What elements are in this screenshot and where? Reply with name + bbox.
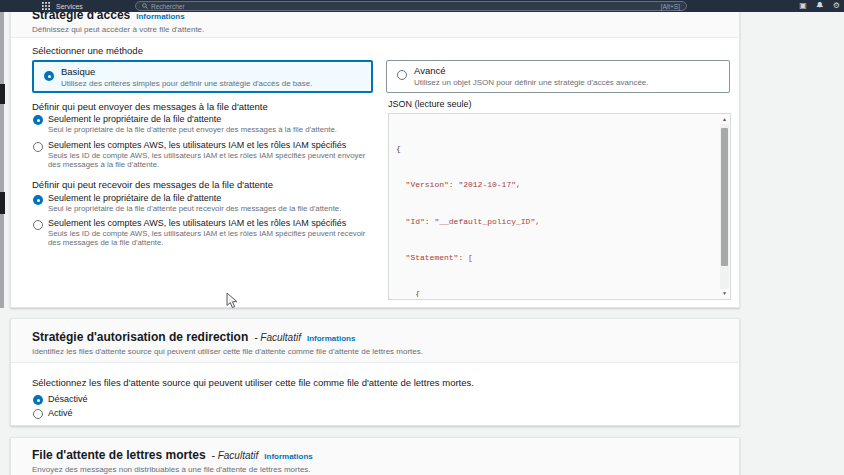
redrive-enabled-radio[interactable] — [33, 409, 43, 419]
receive-specified-label[interactable]: Seulement les comptes AWS, les utilisate… — [48, 218, 346, 228]
send-owner-description: Seul le propriétaire de la file d'attent… — [48, 126, 370, 135]
json-line: "Id": "__default_policy_ID", — [396, 216, 716, 228]
json-line: { — [396, 288, 716, 297]
receive-specified-radio[interactable] — [33, 220, 43, 230]
method-advanced-label: Avancé — [414, 65, 446, 76]
services-menu[interactable]: Services — [56, 3, 83, 10]
send-specified-description: Seuls les ID de compte AWS, les utilisat… — [48, 152, 370, 169]
method-basic-label: Basique — [61, 66, 95, 77]
global-search[interactable]: [Alt+S] — [135, 1, 687, 11]
search-input[interactable] — [151, 3, 661, 10]
send-group-label: Définir qui peut envoyer des messages à … — [32, 101, 268, 112]
redrive-disabled-radio[interactable] — [33, 395, 43, 405]
screen-edge-artifact — [0, 12, 4, 308]
method-advanced-radio[interactable] — [397, 70, 407, 80]
redrive-disabled-label[interactable]: Désactivé — [48, 394, 88, 404]
notifications-bell-icon[interactable]: 🔔︎ — [816, 2, 824, 10]
json-readonly-label: JSON (lecture seule) — [388, 99, 472, 109]
scroll-down-icon[interactable]: ▼ — [720, 289, 729, 298]
receive-owner-radio[interactable] — [33, 195, 43, 205]
receive-group-label: Définir qui peut recevoir des messages d… — [32, 179, 273, 190]
redrive-info-link[interactable]: Informations — [307, 334, 355, 343]
send-specified-label[interactable]: Seulement les comptes AWS, les utilisate… — [48, 140, 346, 150]
screen-edge-artifact-blob — [0, 84, 5, 104]
redrive-allow-policy-panel: Stratégie d'autorisation de redirection … — [10, 318, 740, 426]
dlq-info-link[interactable]: Informations — [264, 452, 312, 461]
method-basic-description: Utilisez des critères simples pour défin… — [61, 79, 312, 88]
access-policy-panel: Stratégie d'accès Informations Définisse… — [10, 2, 740, 308]
aws-console-topbar: Services [Alt+S] ▣ 🔔︎ ⚙ — [0, 0, 844, 12]
receive-owner-description: Seul le propriétaire de la file d'attent… — [48, 205, 370, 214]
scrollbar-thumb[interactable] — [721, 128, 728, 266]
method-basic-radio[interactable] — [44, 71, 54, 81]
method-tile-advanced[interactable]: Avancé Utilisez un objet JSON pour défin… — [386, 60, 730, 93]
dlq-panel-title: File d'attente de lettres mortes — [32, 448, 206, 462]
sqs-create-queue-page: { "topbar": { "services_label": "Service… — [0, 0, 844, 475]
mouse-cursor — [226, 292, 238, 309]
method-section-label: Sélectionner une méthode — [32, 45, 143, 56]
json-line: { — [396, 143, 716, 155]
apps-grid-icon[interactable] — [42, 2, 50, 10]
send-specified-radio[interactable] — [33, 142, 43, 152]
scroll-up-icon[interactable]: ▲ — [720, 115, 729, 124]
send-owner-radio[interactable] — [33, 115, 43, 125]
search-icon — [142, 3, 148, 9]
access-policy-description: Définissez qui peut accéder à votre file… — [32, 25, 204, 34]
receive-specified-description: Seuls les ID de compte AWS, les utilisat… — [48, 230, 370, 247]
dlq-panel-description: Envoyez des messages non distribuables à… — [32, 465, 311, 474]
json-line: "Version": "2012-10-17", — [396, 179, 716, 191]
send-owner-label[interactable]: Seulement le propriétaire de la file d'a… — [48, 114, 221, 124]
redrive-enabled-label[interactable]: Activé — [48, 408, 73, 418]
screen-edge-artifact-blob — [0, 192, 5, 214]
json-policy-viewer: { "Version": "2012-10-17", "Id": "__defa… — [388, 113, 731, 300]
dlq-optional-label: - Facultatif — [212, 450, 259, 461]
redrive-optional-label: - Facultatif — [254, 332, 301, 343]
access-policy-info-link[interactable]: Informations — [136, 12, 184, 21]
cloudshell-icon[interactable]: ▣ — [799, 2, 807, 10]
settings-gear-icon[interactable]: ⚙ — [833, 2, 840, 10]
json-line: "Statement": [ — [396, 252, 716, 264]
method-advanced-description: Utilisez un objet JSON pour définir une … — [414, 78, 649, 87]
redrive-select-label: Sélectionnez les files d'attente source … — [32, 377, 474, 388]
dead-letter-queue-panel: File d'attente de lettres mortes - Facul… — [10, 437, 740, 475]
search-shortcut-hint: [Alt+S] — [661, 3, 680, 10]
receive-owner-label[interactable]: Seulement le propriétaire de la file d'a… — [48, 193, 221, 203]
method-tile-basic[interactable]: Basique Utilisez des critères simples po… — [32, 60, 373, 93]
topbar-utilities: ▣ 🔔︎ ⚙ — [799, 0, 840, 12]
redrive-panel-description: Identifiez les files d'attente source qu… — [32, 347, 423, 356]
json-scrollbar[interactable]: ▲ ▼ — [720, 115, 729, 298]
redrive-panel-title: Stratégie d'autorisation de redirection — [32, 330, 248, 344]
json-policy-code: { "Version": "2012-10-17", "Id": "__defa… — [396, 119, 716, 297]
